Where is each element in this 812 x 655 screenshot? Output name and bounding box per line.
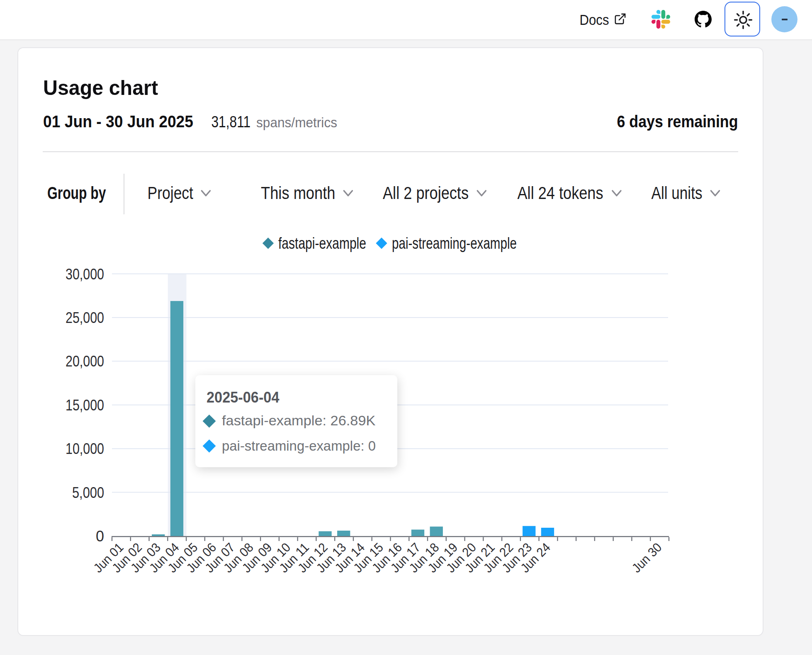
svg-text:pai-streaming-example: pai-streaming-example bbox=[392, 235, 517, 252]
svg-text:pai-streaming-example: 0: pai-streaming-example: 0 bbox=[222, 438, 376, 454]
svg-text:Usage chart: Usage chart bbox=[43, 76, 158, 99]
svg-text:Project: Project bbox=[148, 183, 194, 203]
svg-text:15,000: 15,000 bbox=[66, 397, 104, 414]
svg-text:30,000: 30,000 bbox=[66, 266, 104, 283]
svg-text:This month: This month bbox=[261, 183, 335, 203]
svg-text:2025-06-04: 2025-06-04 bbox=[207, 389, 280, 406]
svg-text:Group by: Group by bbox=[47, 183, 106, 203]
svg-text:10,000: 10,000 bbox=[66, 440, 104, 457]
svg-text:Jun 30: Jun 30 bbox=[629, 540, 665, 576]
svg-text:fastapi-example: fastapi-example bbox=[278, 235, 366, 252]
svg-text:All units: All units bbox=[652, 183, 703, 203]
svg-text:01 Jun - 30 Jun 2025: 01 Jun - 30 Jun 2025 bbox=[43, 112, 193, 131]
svg-text:Docs: Docs bbox=[580, 12, 609, 28]
svg-text:All 2 projects: All 2 projects bbox=[383, 183, 469, 203]
svg-text:31,811: 31,811 bbox=[212, 113, 251, 131]
svg-text:20,000: 20,000 bbox=[66, 353, 104, 370]
svg-text:fastapi-example: 26.89K: fastapi-example: 26.89K bbox=[222, 413, 376, 428]
svg-text:25,000: 25,000 bbox=[66, 309, 104, 326]
svg-text:6 days remaining: 6 days remaining bbox=[617, 112, 738, 131]
svg-text:0: 0 bbox=[96, 528, 104, 545]
svg-text:spans/metrics: spans/metrics bbox=[256, 114, 337, 130]
svg-text:All 24 tokens: All 24 tokens bbox=[518, 183, 603, 203]
svg-text:5,000: 5,000 bbox=[72, 484, 104, 501]
